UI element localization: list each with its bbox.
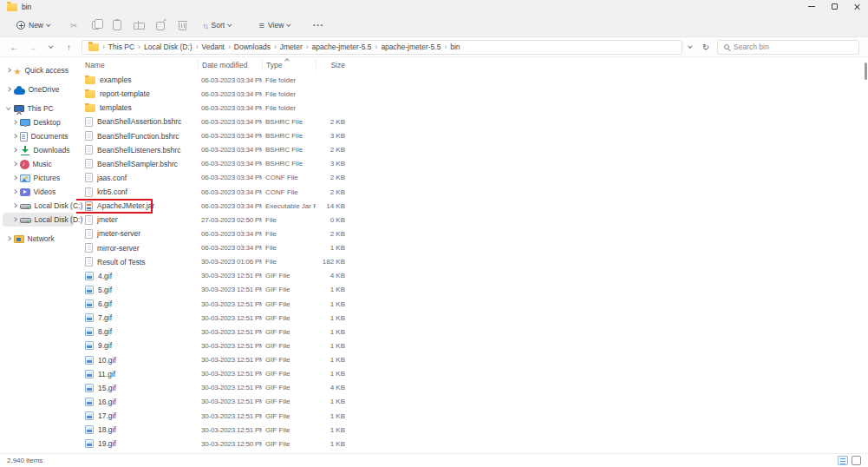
breadcrumb-item-this-pc[interactable]: This PC bbox=[108, 43, 134, 51]
onedrive-cloud-icon bbox=[14, 89, 25, 95]
up-button[interactable]: ↑ bbox=[60, 39, 78, 55]
file-row[interactable]: 18.gif30-03-2023 12:51 PMGIF File1 KB bbox=[76, 423, 868, 437]
delete-icon bbox=[179, 23, 186, 30]
file-row[interactable]: 9.gif30-03-2023 12:51 PMGIF File1 KB bbox=[76, 339, 868, 352]
rename-button[interactable] bbox=[128, 16, 150, 34]
pictures-icon bbox=[20, 174, 30, 182]
minimize-button[interactable] bbox=[800, 0, 823, 13]
chevron-right-icon[interactable] bbox=[12, 148, 16, 153]
recent-locations-button[interactable] bbox=[42, 39, 60, 55]
sidebar-item-local-disk-c[interactable]: Local Disk (C:) bbox=[3, 199, 74, 213]
maximize-button[interactable] bbox=[823, 0, 845, 13]
sidebar-item-downloads[interactable]: Downloads bbox=[3, 143, 74, 157]
file-row[interactable]: 17.gif30-03-2023 12:51 PMGIF File1 KB bbox=[76, 409, 868, 423]
file-row[interactable]: jmeter-server06-03-2023 03:34 PMFile2 KB bbox=[76, 227, 868, 240]
sidebar-item-local-disk-d[interactable]: Local Disk (D:) bbox=[3, 213, 74, 227]
sidebar-item-pictures[interactable]: Pictures bbox=[3, 171, 74, 185]
new-button[interactable]: New bbox=[12, 18, 55, 32]
file-row[interactable]: mirror-server06-03-2023 03:34 PMFile1 KB bbox=[76, 241, 868, 255]
file-row[interactable]: 15.gif30-03-2023 12:51 PMGIF File4 KB bbox=[76, 381, 868, 395]
chevron-right-icon[interactable] bbox=[6, 88, 10, 92]
copy-button[interactable] bbox=[85, 16, 107, 34]
breadcrumb-item-apache-jmeter-5-5[interactable]: apache-jmeter-5.5 bbox=[381, 43, 441, 51]
file-row[interactable]: 6.gif30-03-2023 12:51 PMGIF File1 KB bbox=[76, 297, 868, 311]
cut-button[interactable] bbox=[63, 16, 85, 34]
chevron-right-icon[interactable] bbox=[12, 162, 16, 167]
chevron-down-icon[interactable] bbox=[6, 106, 10, 110]
close-button[interactable] bbox=[845, 0, 868, 13]
search-input[interactable] bbox=[734, 43, 838, 51]
file-row[interactable]: ApacheJMeter.jar06-03-2023 03:34 PMExecu… bbox=[76, 199, 868, 213]
share-button[interactable] bbox=[150, 16, 172, 34]
chevron-right-icon[interactable] bbox=[12, 204, 16, 208]
sidebar-item-onedrive[interactable]: OneDrive bbox=[3, 82, 74, 96]
breadcrumb[interactable]: ›This PC›Local Disk (D:)›Vedant›Download… bbox=[82, 40, 682, 55]
breadcrumb-item-apache-jmeter-5-5[interactable]: apache-jmeter-5.5 bbox=[312, 43, 372, 51]
view-button[interactable]: View bbox=[255, 16, 295, 34]
column-header-label: Type bbox=[266, 61, 282, 69]
sidebar-item-desktop[interactable]: Desktop bbox=[3, 115, 74, 129]
file-row[interactable]: 7.gif30-03-2023 12:51 PMGIF File1 KB bbox=[76, 311, 868, 325]
sidebar-item-documents[interactable]: Documents bbox=[3, 129, 74, 143]
file-row[interactable]: 10.gif30-03-2023 12:51 PMGIF File1 KB bbox=[76, 353, 868, 367]
file-row[interactable]: examples06-03-2023 03:34 PMFile folder bbox=[76, 73, 868, 87]
file-row[interactable]: krb5.conf06-03-2023 03:34 PMCONF File2 K… bbox=[76, 185, 868, 199]
chevron-right-icon[interactable] bbox=[12, 121, 16, 125]
chevron-right-icon[interactable] bbox=[6, 237, 10, 241]
scrollbar-thumb[interactable] bbox=[865, 62, 867, 80]
forward-button[interactable]: → bbox=[23, 39, 42, 55]
see-more-button[interactable] bbox=[309, 16, 329, 34]
date-modified-cell: 27-03-2023 02:50 PM bbox=[198, 216, 262, 224]
chevron-right-icon[interactable] bbox=[12, 218, 16, 222]
chevron-right-icon[interactable] bbox=[12, 176, 16, 181]
address-dropdown-button[interactable] bbox=[682, 39, 698, 55]
file-row[interactable]: 5.gif30-03-2023 12:51 PMGIF File1 KB bbox=[76, 283, 868, 297]
file-row[interactable]: templates06-03-2023 03:34 PMFile folder bbox=[76, 101, 868, 115]
breadcrumb-item-local-disk-d[interactable]: Local Disk (D:) bbox=[144, 43, 193, 51]
column-header-type[interactable]: Type bbox=[262, 59, 316, 71]
vertical-scrollbar[interactable] bbox=[864, 59, 867, 451]
file-row[interactable]: BeanShellSampler.bshrc06-03-2023 03:34 P… bbox=[76, 157, 868, 171]
back-button[interactable]: ← bbox=[5, 39, 23, 55]
sidebar-item-this-pc[interactable]: This PC bbox=[3, 102, 74, 115]
sidebar-item-label: OneDrive bbox=[29, 85, 60, 94]
chevron-right-icon[interactable] bbox=[6, 69, 10, 73]
chevron-right-icon[interactable] bbox=[12, 190, 16, 194]
sidebar-item-network[interactable]: Network bbox=[3, 232, 74, 246]
sidebar-item-music[interactable]: Music bbox=[3, 157, 74, 171]
file-row[interactable] bbox=[76, 451, 868, 453]
sidebar-item-quick-access[interactable]: Quick access bbox=[3, 63, 74, 77]
file-row[interactable]: 4.gif30-03-2023 12:51 PMGIF File4 KB bbox=[76, 269, 868, 283]
file-row[interactable]: report-template06-03-2023 03:34 PMFile f… bbox=[76, 87, 868, 101]
type-cell: File folder bbox=[262, 76, 316, 84]
file-row[interactable]: 19.gif30-03-2023 12:50 PMGIF File1 KB bbox=[76, 437, 868, 451]
sidebar-item-videos[interactable]: Videos bbox=[3, 185, 74, 199]
file-row[interactable]: 16.gif30-03-2023 12:51 PMGIF File1 KB bbox=[76, 395, 868, 409]
details-view-icon bbox=[838, 456, 848, 465]
column-header-size[interactable]: Size bbox=[316, 59, 345, 71]
thumbnails-view-button[interactable] bbox=[852, 456, 861, 465]
file-row[interactable]: BeanShellListeners.bshrc06-03-2023 03:34… bbox=[76, 143, 868, 157]
chevron-separator-icon: › bbox=[274, 43, 277, 51]
breadcrumb-item-jmeter[interactable]: Jmeter bbox=[280, 43, 303, 51]
file-row[interactable]: jmeter27-03-2023 02:50 PMFile0 KB bbox=[76, 213, 868, 227]
delete-button[interactable] bbox=[172, 16, 193, 34]
refresh-button[interactable]: ↻ bbox=[698, 39, 714, 55]
details-view-button[interactable] bbox=[838, 456, 848, 465]
file-row[interactable]: BeanShellFunction.bshrc06-03-2023 03:34 … bbox=[76, 129, 868, 143]
paste-button[interactable] bbox=[107, 16, 128, 34]
file-row[interactable]: Result of Tests30-03-2023 01:06 PMFile18… bbox=[76, 255, 868, 269]
column-header-date-modified[interactable]: Date modified bbox=[198, 59, 262, 71]
breadcrumb-item-downloads[interactable]: Downloads bbox=[234, 43, 271, 51]
file-row[interactable]: jaas.conf06-03-2023 03:34 PMCONF File2 K… bbox=[76, 171, 868, 185]
column-header-name[interactable]: Name bbox=[85, 59, 198, 71]
file-row[interactable]: 8.gif30-03-2023 12:51 PMGIF File1 KB bbox=[76, 325, 868, 339]
file-row[interactable]: BeanShellAssertion.bshrc06-03-2023 03:34… bbox=[76, 115, 868, 128]
sort-button[interactable]: Sort bbox=[199, 16, 236, 34]
chevron-right-icon[interactable] bbox=[12, 135, 16, 139]
breadcrumb-item-vedant[interactable]: Vedant bbox=[202, 43, 225, 51]
gif-icon bbox=[85, 370, 94, 378]
breadcrumb-item-bin[interactable]: bin bbox=[450, 43, 460, 51]
file-row[interactable]: 11.gif30-03-2023 12:51 PMGIF File1 KB bbox=[76, 367, 868, 381]
type-cell: GIF File bbox=[262, 398, 316, 405]
